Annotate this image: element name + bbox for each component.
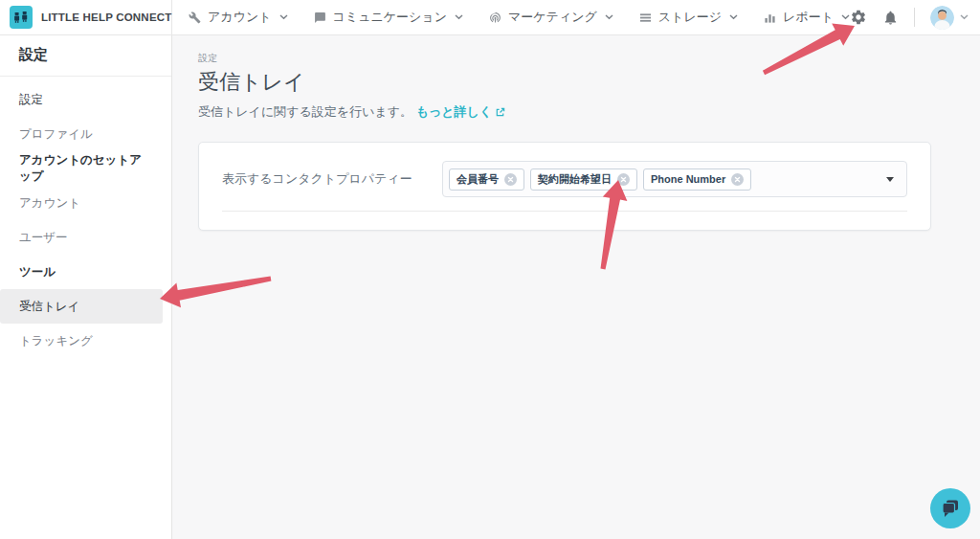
nav-marketing[interactable]: マーケティング bbox=[489, 9, 613, 26]
description-text: 受信トレイに関する設定を行います。 bbox=[198, 104, 412, 119]
chevron-down-icon bbox=[729, 14, 738, 20]
tag-label: 会員番号 bbox=[457, 172, 499, 187]
chat-bubble-icon bbox=[314, 11, 326, 24]
broadcast-icon bbox=[489, 11, 501, 24]
app-page: LITTLE HELP CONNECT アカウント コミュニケーション bbox=[0, 0, 980, 539]
sidebar-section-account-setup: アカウントのセットアップ bbox=[0, 151, 171, 186]
tag-remove-icon[interactable] bbox=[731, 173, 744, 186]
nav-storage[interactable]: ストレージ bbox=[639, 9, 738, 26]
tag-remove-icon[interactable] bbox=[617, 173, 630, 186]
gear-icon bbox=[850, 9, 867, 26]
notifications-bell-button[interactable] bbox=[882, 10, 899, 26]
nav-label: マーケティング bbox=[508, 9, 597, 26]
robots-icon bbox=[13, 10, 29, 25]
contact-properties-row: 表示するコンタクトプロパティー 会員番号 契約開始希望日 bbox=[199, 143, 930, 197]
nav-report[interactable]: レポート bbox=[764, 9, 850, 26]
sidebar-item-settings[interactable]: 設定 bbox=[0, 82, 171, 117]
tag-phone-number[interactable]: Phone Number bbox=[643, 168, 751, 191]
learn-more-link[interactable]: もっと詳しく bbox=[416, 103, 506, 121]
chevron-down-icon bbox=[455, 14, 463, 20]
sidebar-list: 設定 プロファイル アカウントのセットアップ アカウント ユーザー ツール 受信… bbox=[0, 77, 171, 358]
top-navigation: アカウント コミュニケーション マーケティング bbox=[172, 0, 850, 34]
chevron-down-icon bbox=[960, 14, 969, 20]
chevron-down-icon bbox=[279, 14, 288, 20]
tag-member-number[interactable]: 会員番号 bbox=[449, 168, 524, 191]
sidebar-item-inbox[interactable]: 受信トレイ bbox=[0, 289, 163, 324]
app-logo bbox=[10, 6, 33, 29]
selected-tags: 会員番号 契約開始希望日 Phone Number bbox=[449, 168, 751, 191]
tag-contract-start-date[interactable]: 契約開始希望日 bbox=[530, 168, 637, 191]
wrench-icon bbox=[189, 11, 201, 24]
main-content: 設定 受信トレイ 受信トレイに関する設定を行います。 もっと詳しく 表示するコン… bbox=[172, 35, 980, 539]
chat-widget-button[interactable] bbox=[930, 488, 970, 528]
external-link-icon bbox=[495, 107, 505, 118]
page-description: 受信トレイに関する設定を行います。 もっと詳しく bbox=[198, 103, 980, 121]
settings-sidebar: 設定 設定 プロファイル アカウントのセットアップ アカウント ユーザー ツール… bbox=[0, 35, 172, 539]
nav-label: レポート bbox=[783, 9, 834, 26]
bar-chart-icon bbox=[764, 11, 776, 24]
divider bbox=[914, 8, 915, 27]
bell-icon bbox=[882, 10, 899, 26]
sidebar-item-profile[interactable]: プロファイル bbox=[0, 117, 171, 151]
learn-more-label: もっと詳しく bbox=[416, 103, 493, 121]
nav-label: コミュニケーション bbox=[333, 9, 447, 26]
chevron-down-icon bbox=[605, 14, 613, 20]
brand-name: LITTLE HELP CONNECT bbox=[41, 11, 171, 23]
tag-label: Phone Number bbox=[651, 173, 725, 185]
nav-communication[interactable]: コミュニケーション bbox=[314, 9, 463, 26]
sidebar-section-tools: ツール bbox=[0, 255, 171, 289]
topbar: LITTLE HELP CONNECT アカウント コミュニケーション bbox=[0, 0, 980, 35]
topbar-right bbox=[850, 0, 980, 34]
chat-bubbles-icon bbox=[940, 498, 961, 519]
inbox-settings-card: 表示するコンタクトプロパティー 会員番号 契約開始希望日 bbox=[198, 142, 931, 231]
nav-account[interactable]: アカウント bbox=[189, 9, 288, 26]
sidebar-item-users[interactable]: ユーザー bbox=[0, 220, 171, 255]
nav-label: ストレージ bbox=[658, 9, 722, 26]
user-menu[interactable] bbox=[930, 6, 969, 30]
tag-label: 契約開始希望日 bbox=[538, 172, 612, 187]
chevron-down-icon bbox=[841, 14, 850, 20]
sidebar-item-tracking[interactable]: トラッキング bbox=[0, 324, 171, 358]
sidebar-item-account[interactable]: アカウント bbox=[0, 186, 171, 220]
storage-icon bbox=[639, 11, 652, 24]
tag-remove-icon[interactable] bbox=[504, 173, 517, 186]
breadcrumb: 設定 bbox=[198, 52, 980, 65]
sidebar-title: 設定 bbox=[0, 35, 171, 77]
contact-properties-label: 表示するコンタクトプロパティー bbox=[222, 170, 442, 188]
card-bottom-spacer bbox=[199, 212, 930, 230]
dropdown-caret-icon bbox=[886, 177, 894, 182]
settings-gear-button[interactable] bbox=[850, 9, 867, 26]
avatar bbox=[930, 6, 954, 30]
brand-area: LITTLE HELP CONNECT bbox=[0, 0, 172, 34]
nav-label: アカウント bbox=[208, 9, 272, 26]
page-title: 受信トレイ bbox=[198, 68, 980, 97]
contact-properties-select[interactable]: 会員番号 契約開始希望日 Phone Number bbox=[442, 161, 907, 197]
